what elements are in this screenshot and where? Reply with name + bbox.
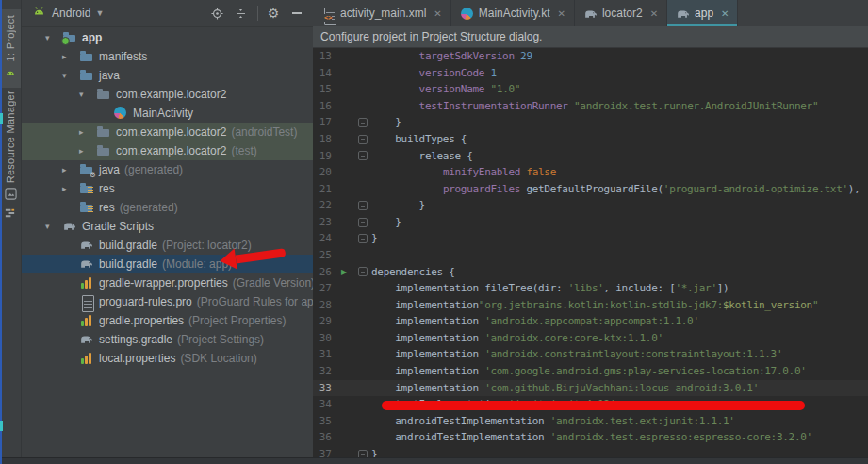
tree-item-res[interactable]: ▸res xyxy=(21,179,313,198)
project-tab-label: 1: Project xyxy=(5,15,16,61)
tree-item-com-example-locator2-androidtest[interactable]: ▸com.example.locator2(androidTest) xyxy=(21,123,313,141)
tree-item-com-example-locator2-test[interactable]: ▸com.example.locator2(test) xyxy=(21,141,313,160)
fold-marker-icon[interactable] xyxy=(358,201,368,210)
close-tab-icon[interactable]: ✕ xyxy=(434,8,441,19)
fold-marker-icon[interactable] xyxy=(358,218,368,227)
tree-item-gradle-properties-project-properties[interactable]: gradle.properties(Project Properties) xyxy=(21,311,313,330)
tree-expand-arrow[interactable]: ▾ xyxy=(79,90,96,99)
code-line-20[interactable]: 20 minifyEnabled false xyxy=(313,164,868,181)
tree-expand-arrow[interactable]: ▸ xyxy=(62,165,79,174)
code-line-19[interactable]: 19 release { xyxy=(313,148,868,165)
gradle-icon xyxy=(62,219,77,234)
line-number: 27 xyxy=(313,280,332,297)
tool-window-tab-project[interactable]: 1: Project xyxy=(0,9,21,88)
run-gutter-icon[interactable]: ▶ xyxy=(341,268,347,276)
tree-item-label: res xyxy=(99,201,115,214)
editor-tab-label: activity_main.xml xyxy=(340,7,426,20)
code-line-22[interactable]: 22 } xyxy=(313,197,868,214)
close-tab-icon[interactable]: ✕ xyxy=(721,8,729,19)
gutter-cell xyxy=(332,131,371,148)
tree-item-app[interactable]: ▾app xyxy=(21,28,313,47)
code-line-35[interactable]: 35 androidTestImplementation 'androidx.t… xyxy=(313,413,868,430)
code-line-33[interactable]: 33 implementation 'com.github.BirjuVachh… xyxy=(313,380,868,397)
code-token: testInstrumentationRunner xyxy=(419,100,568,112)
tree-item-proguard-rules-pro-proguard-rules-for-app[interactable]: proguard-rules.pro(ProGuard Rules for ap… xyxy=(21,292,313,311)
project-tool-window: Android ▼ ⚙ ▾app▸manifests▾java▾com.exam… xyxy=(21,0,314,464)
code-token: androidTestImplementation xyxy=(371,415,550,427)
tree-item-java[interactable]: ▾java xyxy=(21,66,313,85)
code-line-29[interactable]: 29 implementation 'androidx.appcompat:ap… xyxy=(313,313,868,330)
code-line-17[interactable]: 17 } xyxy=(313,114,868,131)
tree-item-mainactivity[interactable]: MainActivity xyxy=(21,104,313,123)
editor-tab-mainactivity-kt[interactable]: MainActivity.kt✕ xyxy=(451,0,575,26)
code-line-36[interactable]: 36 androidTestImplementation 'androidx.t… xyxy=(313,429,868,446)
tree-expand-arrow[interactable]: ▸ xyxy=(62,52,79,61)
tree-item-manifests[interactable]: ▸manifests xyxy=(21,47,313,66)
code-token: "1.0" xyxy=(490,83,520,95)
tree-item-gradle-scripts[interactable]: ▾Gradle Scripts xyxy=(21,217,313,236)
code-token xyxy=(371,83,419,95)
editor-tab-bar: <>activity_main.xml✕MainActivity.kt✕loca… xyxy=(313,0,868,26)
code-line-31[interactable]: 31 implementation 'androidx.constraintla… xyxy=(313,346,868,363)
chevron-down-icon[interactable]: ▼ xyxy=(95,8,104,18)
code-line-27[interactable]: 27 implementation fileTree(dir: 'libs', … xyxy=(313,280,868,297)
tree-item-com-example-locator2[interactable]: ▾com.example.locator2 xyxy=(21,85,313,104)
res-folder-icon xyxy=(79,200,94,215)
view-selector[interactable]: Android xyxy=(52,7,90,20)
code-line-18[interactable]: 18 buildTypes { xyxy=(313,131,868,148)
code-line-30[interactable]: 30 implementation 'androidx.core:core-kt… xyxy=(313,330,868,347)
editor-tab-locator2[interactable]: locator2✕ xyxy=(575,0,667,26)
tree-expand-arrow[interactable]: ▸ xyxy=(79,146,96,156)
code-line-15[interactable]: 15 versionName "1.0" xyxy=(313,81,868,98)
code-token: ), xyxy=(848,183,866,195)
code-line-26[interactable]: 26▶dependencies { xyxy=(313,264,868,281)
structure-icon[interactable] xyxy=(4,206,16,223)
code-line-21[interactable]: 21 proguardFiles getDefaultProguardFile(… xyxy=(313,181,868,198)
tree-item-local-properties-sdk-location[interactable]: local.properties(SDK Location) xyxy=(21,349,313,368)
code-line-13[interactable]: 13 targetSdkVersion 29 xyxy=(313,48,868,65)
fold-marker-icon[interactable] xyxy=(358,234,368,243)
gutter-cell xyxy=(332,247,371,264)
tree-expand-arrow[interactable]: ▾ xyxy=(62,71,79,80)
tree-item-res-generated[interactable]: res(generated) xyxy=(21,198,313,217)
code-line-32[interactable]: 32 implementation 'com.google.android.gm… xyxy=(313,363,868,380)
line-number: 26 xyxy=(313,264,332,281)
fold-marker-icon[interactable] xyxy=(358,135,368,144)
collapse-all-icon[interactable] xyxy=(232,5,249,22)
tree-item-annotation: (ProGuard Rules for app) xyxy=(197,295,324,308)
code-line-28[interactable]: 28 implementation"org.jetbrains.kotlin:k… xyxy=(313,297,868,314)
code-token: implementation xyxy=(371,315,484,327)
code-token: 1 xyxy=(490,67,496,79)
close-tab-icon[interactable]: ✕ xyxy=(650,8,658,19)
locate-file-icon[interactable] xyxy=(208,5,225,22)
tree-item-gradle-wrapper-properties-gradle-version[interactable]: gradle-wrapper.properties(Gradle Version… xyxy=(21,273,313,292)
fold-marker-icon[interactable] xyxy=(358,267,368,276)
tool-window-tab-resource-manager[interactable]: Resource Manager xyxy=(0,91,21,204)
fold-marker-icon[interactable] xyxy=(358,118,368,127)
tree-expand-arrow[interactable]: ▸ xyxy=(62,184,79,193)
code-line-23[interactable]: 23 } xyxy=(313,214,868,231)
code-text: } xyxy=(371,230,377,247)
code-editor[interactable]: 12 minSdkVersion 1913 targetSdkVersion 2… xyxy=(313,26,868,458)
tree-expand-arrow[interactable]: ▾ xyxy=(45,33,62,42)
code-lines: 12 minSdkVersion 1913 targetSdkVersion 2… xyxy=(313,32,868,459)
package-icon xyxy=(96,87,111,102)
editor-tab-activity-main-xml[interactable]: <>activity_main.xml✕ xyxy=(313,0,451,26)
close-tab-icon[interactable]: ✕ xyxy=(558,8,565,19)
settings-gear-icon[interactable]: ⚙ xyxy=(265,5,282,22)
tree-item-java-generated[interactable]: ▸⚙java(generated) xyxy=(21,160,313,179)
code-line-24[interactable]: 24} xyxy=(313,230,868,247)
tree-item-settings-gradle-project-settings[interactable]: settings.gradle(Project Settings) xyxy=(21,330,313,349)
tree-expand-arrow[interactable]: ▾ xyxy=(45,222,62,231)
code-line-25[interactable]: 25 xyxy=(313,247,868,264)
editor-tab-app[interactable]: app✕ xyxy=(667,0,738,26)
tree-expand-arrow[interactable]: ▸ xyxy=(79,127,96,137)
code-line-16[interactable]: 16 testInstrumentationRunner "androidx.t… xyxy=(313,98,868,115)
code-token: implementation xyxy=(371,365,484,377)
line-number: 16 xyxy=(313,98,332,115)
hide-panel-icon[interactable] xyxy=(288,5,305,22)
tree-item-annotation: (SDK Location) xyxy=(180,352,256,365)
line-number: 36 xyxy=(313,429,332,446)
fold-marker-icon[interactable] xyxy=(358,151,368,160)
code-line-14[interactable]: 14 versionCode 1 xyxy=(313,65,868,82)
